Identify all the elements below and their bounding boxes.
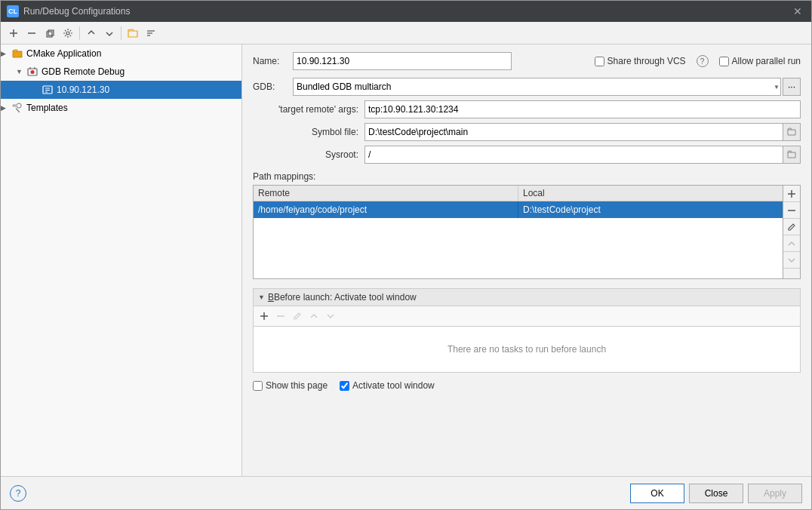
target-remote-label: 'target remote' args:: [253, 104, 358, 115]
path-edit-button[interactable]: [783, 219, 800, 235]
path-mappings-label: Path mappings:: [253, 171, 801, 182]
sysroot-input[interactable]: [364, 146, 783, 164]
svg-point-5: [66, 32, 69, 35]
config-ip-label: 10.90.121.30: [57, 84, 109, 95]
bl-add-button[interactable]: [257, 309, 272, 324]
allow-parallel-label: Allow parallel run: [732, 56, 801, 66]
symbol-file-label: Symbol file:: [253, 127, 358, 137]
activate-tool-checkbox[interactable]: [340, 381, 349, 391]
before-launch-title-text: Before launch: Activate tool window: [274, 292, 417, 303]
target-remote-input[interactable]: [364, 100, 801, 118]
activate-tool-label: Activate tool window: [352, 380, 435, 391]
bl-down-button[interactable]: [323, 309, 338, 324]
allow-parallel-checkbox-item: Allow parallel run: [719, 56, 801, 66]
path-add-button[interactable]: [783, 186, 800, 202]
title-bar-left: CL Run/Debug Configurations: [7, 5, 130, 17]
svg-point-10: [31, 70, 35, 74]
share-vcs-label: Share through VCS: [607, 56, 686, 66]
tree-item-cmake-app[interactable]: ▶ CMake Application: [1, 45, 241, 63]
help-button[interactable]: ?: [10, 485, 26, 502]
left-panel: ▶ CMake Application ▼ GDB Remote Debug: [1, 45, 242, 476]
copy-config-button[interactable]: [42, 25, 58, 41]
svg-rect-3: [47, 32, 52, 37]
add-config-button[interactable]: [5, 25, 22, 41]
footer-left: ?: [10, 485, 26, 502]
name-label: Name:: [253, 56, 287, 66]
move-up-button[interactable]: [83, 25, 100, 41]
gdb-label: GDB:: [253, 81, 287, 92]
path-remove-button[interactable]: [783, 202, 800, 219]
main-content: ▶ CMake Application ▼ GDB Remote Debug: [1, 45, 811, 476]
path-mappings-section: Path mappings: Remote Local /home/feiyan…: [253, 171, 801, 279]
move-to-folder-button[interactable]: [125, 25, 141, 41]
target-remote-row: 'target remote' args:: [253, 100, 801, 118]
before-launch-title-before: B: [268, 292, 274, 303]
chevron-down-icon: ▼: [16, 68, 26, 75]
sort-button[interactable]: [143, 25, 159, 41]
share-vcs-help-icon[interactable]: ?: [697, 55, 709, 67]
before-launch-section: ▼ BBefore launch: Activate tool window: [253, 288, 801, 373]
show-page-checkbox[interactable]: [253, 381, 263, 391]
symbol-file-input[interactable]: [364, 123, 783, 141]
app-icon: CL: [7, 5, 19, 17]
templates-label: Templates: [26, 103, 68, 113]
bl-up-button[interactable]: [306, 309, 321, 324]
path-table-header: Remote Local: [254, 186, 783, 201]
path-up-button[interactable]: [783, 235, 800, 252]
close-button[interactable]: Close: [689, 484, 743, 503]
toolbar: [1, 22, 811, 45]
symbol-file-browse-button[interactable]: [783, 123, 801, 141]
before-launch-toolbar: [254, 306, 800, 327]
sysroot-row: Sysroot:: [253, 146, 801, 164]
name-row: Name: Share through VCS ? Allow parallel…: [253, 52, 801, 70]
ok-button[interactable]: OK: [630, 484, 684, 503]
path-col-remote-header: Remote: [254, 186, 518, 201]
path-empty-area: [254, 218, 783, 278]
dialog-title: Run/Debug Configurations: [23, 6, 130, 17]
settings-config-button[interactable]: [60, 25, 76, 41]
close-icon[interactable]: ✕: [790, 4, 805, 19]
name-input[interactable]: [293, 52, 512, 70]
bl-remove-button[interactable]: [273, 309, 288, 324]
move-down-button[interactable]: [101, 25, 118, 41]
right-panel: Name: Share through VCS ? Allow parallel…: [242, 45, 811, 476]
gdb-remote-icon: [26, 66, 38, 78]
config-icon: [42, 84, 54, 96]
path-mappings-container: Remote Local /home/feiyang/code/project …: [253, 185, 801, 279]
title-bar: CL Run/Debug Configurations ✕: [1, 1, 811, 22]
checkbox-group: Share through VCS ? Allow parallel run: [518, 55, 801, 67]
tree-item-config-ip[interactable]: 10.90.121.30: [1, 81, 241, 99]
gdb-remote-label: GDB Remote Debug: [42, 66, 125, 77]
toolbar-separator-1: [79, 26, 80, 40]
run-debug-dialog: CL Run/Debug Configurations ✕: [0, 0, 812, 510]
apply-button[interactable]: Apply: [748, 484, 802, 503]
path-table-row[interactable]: /home/feiyang/code/project D:\testCode\p…: [254, 201, 783, 218]
remove-config-button[interactable]: [23, 25, 40, 41]
toolbar-separator-2: [121, 26, 121, 40]
allow-parallel-checkbox[interactable]: [719, 57, 729, 66]
bl-edit-button[interactable]: [290, 309, 305, 324]
before-launch-empty: There are no tasks to run before launch: [254, 327, 800, 372]
path-col-local-value: D:\testCode\project: [518, 201, 783, 218]
gdb-select[interactable]: Bundled GDB multiarch: [293, 78, 781, 96]
gdb-select-wrapper: Bundled GDB multiarch ▼ ···: [293, 78, 801, 96]
path-col-local-header: Local: [518, 186, 783, 201]
path-down-button[interactable]: [783, 252, 800, 269]
path-col-remote-value: /home/feiyang/code/project: [254, 201, 518, 218]
share-vcs-checkbox[interactable]: [595, 57, 604, 66]
footer-right: OK Close Apply: [630, 484, 802, 503]
sysroot-label: Sysroot:: [253, 149, 358, 160]
chevron-right-icon: ▶: [1, 50, 11, 57]
path-side-buttons: [783, 186, 800, 278]
before-launch-header[interactable]: ▼ BBefore launch: Activate tool window: [254, 289, 800, 306]
cmake-app-label: CMake Application: [26, 48, 101, 59]
gdb-more-button[interactable]: ···: [783, 78, 801, 96]
before-launch-title: BBefore launch: Activate tool window: [268, 292, 417, 303]
collapse-icon: ▼: [258, 293, 265, 301]
sysroot-input-group: [364, 146, 801, 164]
sysroot-browse-button[interactable]: [783, 146, 801, 164]
symbol-file-input-group: [364, 123, 801, 141]
tree-item-templates[interactable]: ▶ Templates: [1, 99, 241, 117]
tree-item-gdb-remote[interactable]: ▼ GDB Remote Debug: [1, 63, 241, 81]
symbol-file-row: Symbol file:: [253, 123, 801, 141]
